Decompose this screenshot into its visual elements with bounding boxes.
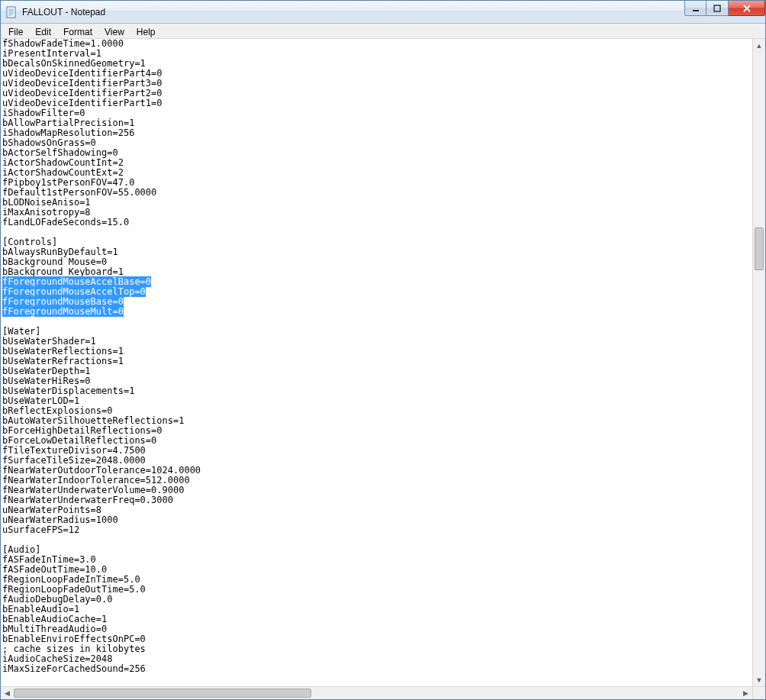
minimize-button[interactable] (684, 1, 706, 16)
menu-view[interactable]: View (98, 24, 130, 38)
window-frame: FALLOUT - Notepad File Edit Format View … (0, 0, 766, 700)
horizontal-scroll-thumb[interactable] (14, 689, 311, 698)
menu-edit[interactable]: Edit (29, 24, 57, 38)
editor-content[interactable]: fShadowFadeTime=1.0000iPresentInterval=1… (2, 39, 751, 674)
close-button[interactable] (729, 1, 765, 16)
scroll-right-arrow-icon[interactable]: ▶ (739, 687, 752, 699)
scroll-down-arrow-icon[interactable]: ▼ (753, 673, 765, 686)
window-controls (684, 1, 765, 16)
menu-bar: File Edit Format View Help (1, 24, 765, 39)
text-editor[interactable]: fShadowFadeTime=1.0000iPresentInterval=1… (1, 39, 752, 686)
scroll-up-arrow-icon[interactable]: ▲ (753, 39, 765, 52)
window-title: FALLOUT - Notepad (22, 7, 105, 18)
svg-rect-7 (714, 5, 720, 11)
scroll-left-arrow-icon[interactable]: ◀ (1, 687, 14, 699)
size-grip[interactable] (752, 686, 765, 699)
notepad-icon (5, 6, 18, 18)
title-bar[interactable]: FALLOUT - Notepad (1, 1, 765, 24)
client-area: fShadowFadeTime=1.0000iPresentInterval=1… (1, 39, 765, 699)
menu-help[interactable]: Help (130, 24, 162, 38)
vertical-scroll-track[interactable] (753, 52, 765, 673)
maximize-button[interactable] (706, 1, 729, 16)
horizontal-scroll-track[interactable] (14, 687, 739, 699)
svg-rect-6 (693, 10, 699, 11)
vertical-scroll-thumb[interactable] (755, 227, 764, 270)
horizontal-scrollbar[interactable]: ◀ ▶ (1, 686, 752, 699)
menu-file[interactable]: File (2, 24, 29, 38)
vertical-scrollbar[interactable]: ▲ ▼ (752, 39, 765, 686)
menu-format[interactable]: Format (57, 24, 98, 38)
